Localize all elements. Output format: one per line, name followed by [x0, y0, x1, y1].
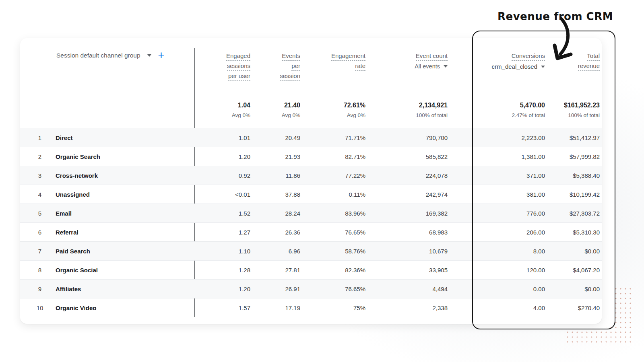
engaged-sessions-per-user-value: 1.57	[239, 304, 250, 311]
engagement-rate-value: 77.22%	[345, 172, 365, 179]
engagement-rate-value: 82.71%	[345, 153, 365, 160]
page: Session default channel group + Engaged …	[0, 0, 644, 362]
total-revenue-value: $5,310.30	[573, 229, 600, 236]
event-count-value: 790,700	[426, 134, 448, 141]
table-row: 8 Organic Social 1.28 27.81 82.36% 33,90…	[20, 260, 602, 279]
total-revenue-value: $4,067.20	[573, 267, 600, 274]
events-per-session-value: 37.88	[285, 191, 300, 198]
events-per-session-value: 27.81	[285, 267, 300, 274]
row-index: 4	[35, 191, 45, 198]
row-index: 7	[35, 248, 45, 255]
summary-engagement-rate: 72.61% Avg 0%	[297, 102, 365, 118]
total-revenue-value: $51,412.97	[570, 134, 600, 141]
event-count-value: 4,494	[432, 286, 448, 292]
event-count-value: 242,974	[426, 191, 448, 198]
engaged-sessions-per-user-value: 1.20	[239, 153, 250, 160]
engaged-sessions-per-user-value: 0.92	[239, 172, 250, 179]
column-header-conversions[interactable]: Conversions crm_deal_closed	[460, 52, 545, 70]
table-body: 1 Direct 1.01 20.49 71.71% 790,700 2,223…	[20, 128, 602, 317]
event-count-value: 33,905	[429, 267, 448, 274]
summary-events-per-session: 21.40 Avg 0%	[236, 102, 300, 118]
total-revenue-value: $57,999.82	[570, 153, 600, 160]
table-row: 10 Organic Video 1.57 17.19 75% 2,338 4.…	[20, 298, 602, 317]
channel-name: Unassigned	[56, 191, 90, 198]
table-row: 3 Cross-network 0.92 11.86 77.22% 224,07…	[20, 166, 602, 185]
event-count-value: 585,822	[426, 153, 448, 160]
engagement-rate-value: 75%	[353, 304, 365, 311]
conversions-value: 371.00	[526, 172, 545, 179]
engagement-rate-value: 58.76%	[345, 248, 365, 255]
channel-name: Referral	[56, 229, 78, 236]
channel-name: Paid Search	[56, 248, 90, 255]
conversions-value: 381.00	[526, 191, 545, 198]
conversions-value: 2,223.00	[522, 134, 545, 141]
engagement-rate-value: 71.71%	[345, 134, 365, 141]
conversions-value: 206.00	[526, 229, 545, 236]
channel-name: Direct	[56, 134, 73, 141]
total-revenue-value: $0.00	[584, 248, 600, 255]
chevron-down-icon	[147, 54, 151, 57]
column-header-events-per-session[interactable]: Events per session	[240, 52, 300, 82]
dimension-selector[interactable]: Session default channel group +	[56, 52, 164, 59]
event-dropdown[interactable]: All events	[415, 63, 448, 70]
engaged-sessions-per-user-value: 1.10	[239, 248, 250, 255]
engagement-rate-value: 0.11%	[349, 191, 365, 198]
conversions-value: 776.00	[526, 210, 545, 217]
channel-name: Cross-network	[56, 172, 98, 179]
total-revenue-value: $0.00	[584, 286, 600, 292]
conversions-value: 120.00	[526, 267, 545, 274]
channel-name: Email	[56, 210, 72, 217]
total-revenue-value: $27,303.72	[570, 210, 600, 217]
events-per-session-value: 26.91	[285, 286, 300, 292]
engagement-rate-value: 76.65%	[345, 229, 365, 236]
conversions-value: 1,381.00	[522, 153, 545, 160]
channel-name: Organic Video	[56, 304, 96, 311]
event-count-value: 10,679	[429, 248, 448, 255]
table-row: 2 Organic Search 1.20 21.93 82.71% 585,8…	[20, 147, 602, 166]
event-count-value: 169,382	[426, 210, 448, 217]
row-index: 1	[35, 134, 45, 141]
events-per-session-value: 20.49	[285, 134, 300, 141]
summary-event-count: 2,134,921 100% of total	[371, 102, 448, 118]
channel-name: Organic Social	[56, 267, 98, 274]
conversions-value: 8.00	[533, 248, 545, 255]
engaged-sessions-per-user-value: <0.01	[235, 191, 250, 198]
chevron-down-icon	[444, 65, 448, 68]
table-row: 6 Referral 1.27 26.36 76.65% 68,983 206.…	[20, 222, 602, 241]
conversions-value: 4.00	[533, 304, 545, 311]
summary-total-revenue: $161,952.23 100% of total	[531, 102, 600, 118]
event-count-value: 224,078	[426, 172, 448, 179]
total-revenue-value: $10,199.42	[570, 191, 600, 198]
engaged-sessions-per-user-value: 1.27	[239, 229, 250, 236]
engagement-rate-value: 82.36%	[345, 267, 365, 274]
table-row: 1 Direct 1.01 20.49 71.71% 790,700 2,223…	[20, 128, 602, 147]
row-index: 5	[35, 210, 45, 217]
events-per-session-value: 6.96	[289, 248, 300, 255]
events-per-session-value: 21.93	[285, 153, 300, 160]
row-index: 6	[35, 229, 45, 236]
conversions-value: 0.00	[533, 286, 545, 292]
column-header-engagement-rate[interactable]: Engagement rate	[297, 52, 365, 72]
conversion-event-dropdown[interactable]: crm_deal_closed	[492, 63, 545, 70]
annotation-arrow-icon	[539, 17, 588, 67]
event-count-value: 2,338	[432, 304, 448, 311]
table-row: 4 Unassigned <0.01 37.88 0.11% 242,974 3…	[20, 185, 602, 204]
events-per-session-value: 28.24	[285, 210, 300, 217]
engagement-rate-value: 83.96%	[345, 210, 365, 217]
engaged-sessions-per-user-value: 1.52	[239, 210, 250, 217]
table-row: 5 Email 1.52 28.24 83.96% 169,382 776.00…	[20, 204, 602, 222]
row-index: 9	[35, 286, 45, 292]
add-dimension-button[interactable]: +	[158, 51, 165, 59]
channel-name: Affiliates	[56, 286, 81, 292]
events-per-session-value: 11.86	[286, 172, 300, 179]
report-table-card: Session default channel group + Engaged …	[20, 38, 602, 324]
column-header-event-count[interactable]: Event count All events	[371, 52, 448, 70]
row-index: 10	[35, 304, 45, 311]
channel-name: Organic Search	[56, 153, 100, 160]
total-revenue-value: $5,388.40	[573, 172, 600, 179]
events-per-session-value: 17.19	[285, 304, 300, 311]
engaged-sessions-per-user-value: 1.01	[239, 134, 250, 141]
table-row: 9 Affiliates 1.20 26.91 76.65% 4,494 0.0…	[20, 279, 602, 298]
engaged-sessions-per-user-value: 1.20	[239, 286, 250, 292]
engagement-rate-value: 76.65%	[345, 286, 365, 292]
